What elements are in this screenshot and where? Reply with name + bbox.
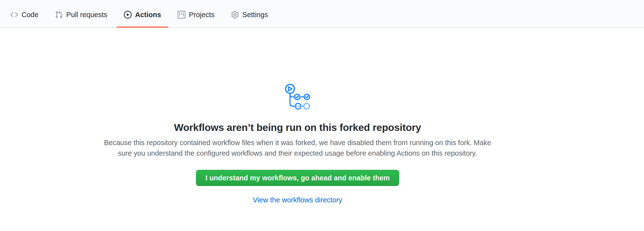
tab-label: Actions: [135, 11, 161, 18]
tab-label: Pull requests: [66, 11, 107, 18]
tab-projects[interactable]: Projects: [170, 2, 222, 28]
code-icon: [10, 11, 18, 19]
page-title: Workflows aren’t being run on this forke…: [0, 121, 595, 134]
tab-pull-requests[interactable]: Pull requests: [48, 2, 114, 28]
actions-disabled-blankslate: Workflows aren’t being run on this forke…: [0, 84, 595, 204]
description-text: Because this repository contained workfl…: [100, 137, 496, 159]
workflow-graph-icon: [285, 84, 310, 110]
workflows-directory-link[interactable]: View the workflows directory: [0, 196, 595, 204]
tab-label: Projects: [189, 11, 214, 18]
play-icon: [124, 11, 132, 19]
tab-actions[interactable]: Actions: [116, 2, 168, 28]
tab-settings[interactable]: Settings: [224, 2, 275, 28]
tab-label: Settings: [242, 11, 268, 18]
gear-icon: [231, 11, 239, 19]
tab-label: Code: [22, 11, 38, 18]
project-icon: [178, 11, 186, 19]
enable-workflows-button[interactable]: I understand my workflows, go ahead and …: [196, 170, 399, 186]
tab-code[interactable]: Code: [3, 2, 46, 28]
git-pull-request-icon: [55, 11, 63, 19]
repo-tab-nav: Code Pull requests Actions Projects Sett…: [0, 0, 644, 28]
